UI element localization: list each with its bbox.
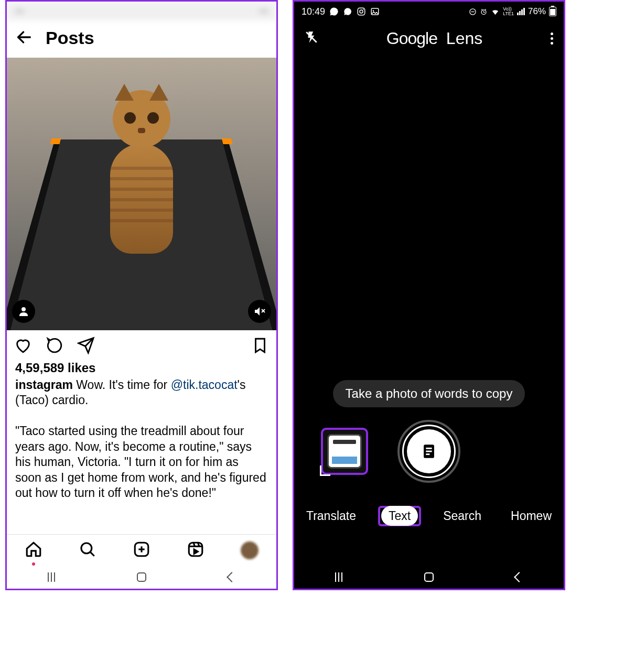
flash-off-icon[interactable] xyxy=(305,30,318,46)
android-system-nav xyxy=(294,566,564,589)
recents-button[interactable] xyxy=(48,572,55,582)
mode-translate[interactable]: Translate xyxy=(299,506,363,526)
back-button[interactable] xyxy=(514,572,524,582)
page-title: Posts xyxy=(46,28,94,48)
network-label: Vo))LTE1 xyxy=(503,7,514,16)
share-icon[interactable] xyxy=(77,337,95,356)
chat-status-icon xyxy=(343,7,352,16)
google-lens-screen: 10:49 Vo))LTE1 76% Google Lens Take a ph… xyxy=(293,0,565,590)
svg-rect-24 xyxy=(426,451,432,452)
home-button[interactable] xyxy=(424,572,434,582)
wifi-status-icon xyxy=(491,7,500,16)
caption-para-2: "Taco started using the treadmill about … xyxy=(15,424,266,500)
gallery-thumbnail-button[interactable] xyxy=(321,428,368,475)
nav-reels-icon[interactable] xyxy=(187,540,205,560)
svg-rect-22 xyxy=(424,445,434,458)
signal-icon xyxy=(517,8,525,15)
hint-chip: Take a photo of words to copy xyxy=(333,380,525,407)
text-document-icon xyxy=(420,442,438,460)
mode-text-highlight: Text xyxy=(378,506,421,526)
recents-button[interactable] xyxy=(335,572,342,582)
instagram-status-icon xyxy=(357,7,366,16)
svg-rect-23 xyxy=(426,448,432,449)
mode-homework[interactable]: Homew xyxy=(503,506,559,526)
instagram-screen: —— Posts xyxy=(5,0,278,590)
nav-home-icon[interactable] xyxy=(25,540,42,560)
svg-point-17 xyxy=(373,10,374,11)
caption-text-1: Wow. It's time for xyxy=(73,378,171,392)
battery-percent: 76% xyxy=(528,6,546,17)
instagram-bottom-nav xyxy=(7,534,276,566)
battery-icon xyxy=(549,7,556,16)
title-google: Google xyxy=(386,29,437,48)
caption-username[interactable]: instagram xyxy=(15,378,73,392)
svg-line-5 xyxy=(91,552,94,556)
home-button[interactable] xyxy=(137,572,146,582)
android-system-nav xyxy=(7,566,276,589)
status-bar: 10:49 Vo))LTE1 76% xyxy=(294,2,564,21)
lens-header: Google Lens xyxy=(294,21,564,55)
lens-mode-bar[interactable]: Translate Text Search Homew xyxy=(294,506,564,526)
post-action-bar xyxy=(7,330,276,360)
mode-text[interactable]: Text xyxy=(381,506,418,526)
nav-new-post-icon[interactable] xyxy=(133,540,150,560)
back-arrow-icon[interactable] xyxy=(15,28,33,48)
svg-rect-25 xyxy=(426,453,429,455)
comment-icon[interactable] xyxy=(46,337,63,356)
mode-search[interactable]: Search xyxy=(436,506,489,526)
posts-header: Posts xyxy=(7,20,276,58)
image-status-icon xyxy=(370,7,380,16)
svg-point-15 xyxy=(363,9,364,10)
nav-profile-avatar[interactable] xyxy=(241,541,259,559)
tagged-people-icon[interactable] xyxy=(12,300,35,323)
overflow-menu-icon[interactable] xyxy=(551,32,553,45)
status-time: 10:49 xyxy=(302,6,325,17)
caption-mention[interactable]: @tik.tacocat xyxy=(171,378,238,392)
nav-search-icon[interactable] xyxy=(79,540,96,560)
svg-point-4 xyxy=(81,543,92,553)
svg-point-1 xyxy=(21,307,26,311)
title-lens: Lens xyxy=(446,29,482,48)
cat-graphic xyxy=(89,90,194,263)
dnd-status-icon xyxy=(469,8,477,16)
camera-viewfinder[interactable] xyxy=(294,55,564,380)
like-heart-icon[interactable] xyxy=(14,337,32,356)
app-title: Google Lens xyxy=(386,29,482,48)
alarm-status-icon xyxy=(480,8,488,16)
bookmark-icon[interactable] xyxy=(251,337,269,356)
post-media[interactable] xyxy=(7,58,276,330)
svg-point-14 xyxy=(360,10,363,13)
back-button[interactable] xyxy=(227,572,237,582)
likes-count[interactable]: 4,59,589 likes xyxy=(7,360,276,377)
shutter-button[interactable] xyxy=(397,420,460,483)
whatsapp-status-icon xyxy=(329,7,339,16)
status-bar-blurred: —— xyxy=(7,2,276,20)
sound-muted-icon[interactable] xyxy=(248,300,271,323)
post-caption[interactable]: instagram Wow. It's time for @tik.tacoca… xyxy=(7,377,276,501)
